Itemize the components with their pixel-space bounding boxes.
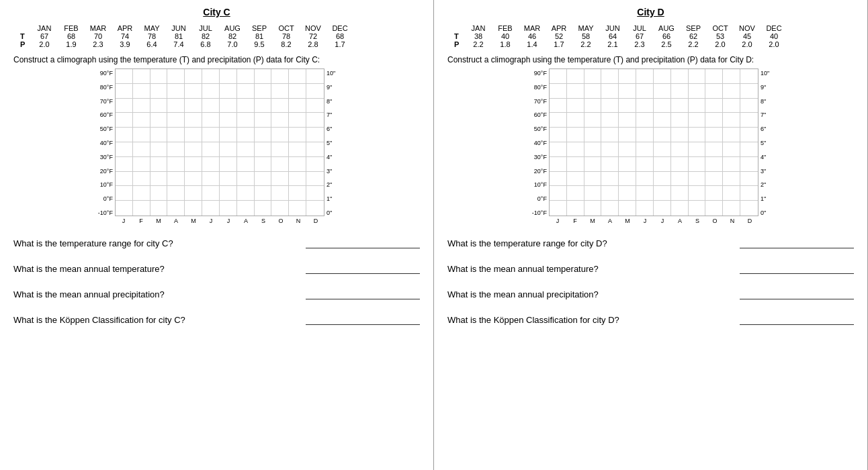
y-right-label: 0" <box>761 209 769 216</box>
month-header: SEP <box>246 24 273 32</box>
q2-line-c[interactable] <box>306 263 420 274</box>
grid-cell <box>619 201 636 216</box>
grid-cell <box>255 172 272 187</box>
q1-line-c[interactable] <box>306 238 420 248</box>
q4-line-c[interactable] <box>306 314 420 325</box>
grid-cell <box>306 84 324 99</box>
grid-cell <box>116 99 133 113</box>
grid-cell <box>636 186 654 201</box>
x-label: M <box>584 216 601 224</box>
x-label: J <box>636 216 654 224</box>
grid-cell <box>289 113 306 128</box>
grid-cell <box>689 172 706 187</box>
grid-cell <box>271 142 289 157</box>
grid-cell <box>740 142 758 157</box>
precip-cell: 6.8 <box>192 40 219 48</box>
grid-cell <box>619 99 636 113</box>
grid-cell <box>202 201 220 216</box>
y-axis-right-d: 10"9"8"7"6"5"4"3"2"1"0" <box>758 68 769 216</box>
grid-cell <box>255 69 272 84</box>
grid-cell <box>671 84 689 99</box>
x-label: M <box>150 216 167 224</box>
y-left-label: 40°F <box>98 140 113 146</box>
y-left-label: 40°F <box>532 140 547 146</box>
month-header: APR <box>546 24 572 32</box>
graph-inner-d: JFMAMJJASOND <box>549 68 758 224</box>
temp-cell: 67 <box>626 32 653 40</box>
q3-text-c: What is the mean annual precipitation? <box>13 289 299 299</box>
grid-cell <box>116 142 133 157</box>
y-right-label: 5" <box>327 140 335 146</box>
q1-text-c: What is the temperature range for city C… <box>13 238 299 248</box>
x-label: S <box>255 216 272 224</box>
grid-cell <box>271 186 289 201</box>
y-right-label: 4" <box>761 154 769 160</box>
city-d-data-table: JANFEBMARAPRMAYJUNJULAUGSEPOCTNOVDEC T 3… <box>447 24 854 48</box>
grid-cell <box>150 69 168 84</box>
grid-cell <box>584 84 602 99</box>
grid-cell <box>601 172 619 187</box>
y-right-label: 4" <box>327 154 335 160</box>
city-d-title: City D <box>447 7 854 17</box>
grid-cell <box>671 186 689 201</box>
grid-cell <box>619 69 636 84</box>
grid-cell <box>289 157 306 172</box>
grid-cell <box>255 157 272 172</box>
grid-cell <box>116 113 133 128</box>
grid-cell <box>167 172 185 187</box>
grid-cell <box>636 69 654 84</box>
temp-cell: 58 <box>572 32 599 40</box>
grid-cell <box>654 142 671 157</box>
grid-cell <box>550 186 567 201</box>
grid-cell <box>584 186 602 201</box>
grid-cell <box>654 157 671 172</box>
q4-line-d[interactable] <box>740 314 854 325</box>
grid-cell <box>150 99 168 113</box>
grid-cell <box>671 69 689 84</box>
y-right-label: 5" <box>761 140 769 146</box>
grid-cell <box>723 113 740 128</box>
precip-cell: 2.8 <box>300 40 327 48</box>
grid-cell <box>584 99 602 113</box>
x-label: D <box>741 216 758 224</box>
grid-cell <box>237 201 255 216</box>
precip-cell: 7.0 <box>219 40 246 48</box>
graph-c: 90°F80°F70°F60°F50°F40°F30°F20°F10°F0°F-… <box>13 68 420 224</box>
y-left-label: 70°F <box>98 98 113 105</box>
grid-cell <box>723 201 740 216</box>
q2-line-d[interactable] <box>740 263 854 274</box>
temp-cell: 64 <box>599 32 626 40</box>
q1-line-d[interactable] <box>740 238 854 248</box>
precip-cell: 3.9 <box>112 40 138 48</box>
precip-cell: 2.2 <box>465 40 492 48</box>
grid-cell <box>133 172 150 187</box>
y-left-label: 10°F <box>98 181 113 188</box>
grid-cell <box>740 172 758 187</box>
y-left-label: 20°F <box>532 168 547 175</box>
grid-cell <box>740 186 758 201</box>
grid-cell <box>255 201 272 216</box>
q3-line-d[interactable] <box>740 289 854 299</box>
grid-cell <box>601 128 619 142</box>
grid-cell <box>654 128 671 142</box>
x-label: A <box>601 216 619 224</box>
q3-line-c[interactable] <box>306 289 420 299</box>
temp-cell: 66 <box>653 32 680 40</box>
grid-cell <box>567 201 584 216</box>
grid-cell <box>584 142 602 157</box>
q1-d: What is the temperature range for city D… <box>447 238 854 248</box>
grid-cell <box>619 84 636 99</box>
month-header: MAR <box>519 24 546 32</box>
month-header: JUN <box>599 24 626 32</box>
grid-cell <box>636 172 654 187</box>
month-header: AUG <box>219 24 246 32</box>
y-right-label: 7" <box>761 111 769 118</box>
y-right-label: 0" <box>327 209 335 216</box>
grid-cell <box>271 201 289 216</box>
precip-label-d: P <box>454 40 465 48</box>
grid-cell <box>220 157 237 172</box>
grid-cell <box>185 186 202 201</box>
grid-cell <box>671 157 689 172</box>
grid-cell <box>550 142 567 157</box>
grid-cell <box>619 113 636 128</box>
